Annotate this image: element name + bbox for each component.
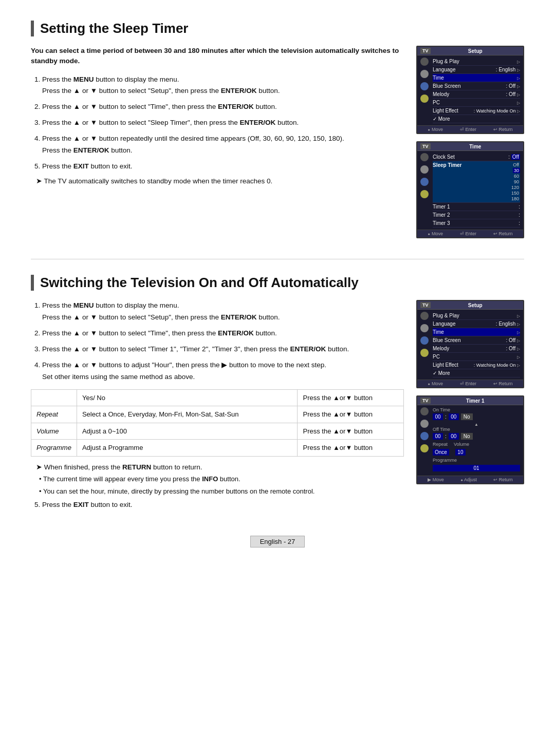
table-cell-empty [31, 389, 77, 406]
tv-menu-row-time: Time [433, 74, 520, 82]
s2-row-val-blue: : Off [506, 337, 521, 343]
volume-val: 10 [455, 449, 466, 456]
tv-s2-row-lang: Language : English [433, 320, 520, 328]
tv-screen-setup-1: TV Setup [416, 46, 524, 134]
footer-enter-2: ⏎ Enter [460, 231, 476, 236]
footer-badge: English - 27 [250, 536, 305, 547]
row-label-timer2: Timer 2 [433, 212, 450, 218]
section1-content: You can select a time period of between … [31, 46, 524, 238]
tv-label-4: TV [420, 398, 431, 404]
section-timer: Switching the Television On and Off Auto… [31, 275, 524, 515]
timer1-off-time: Off Time 00 : 00 No [433, 427, 520, 440]
tv-title-setup-2: Setup [468, 303, 483, 308]
t1-footer-move: ▶ Move [428, 477, 444, 482]
s2-footer-move: ⬥ Move [428, 381, 443, 386]
tv-title-setup-1: Setup [468, 48, 483, 54]
row-val-timer1: : [519, 204, 520, 210]
tv-menu-rows-setup2: Plug & Play Language : English Time [433, 312, 520, 377]
tv-footer-setup-1: ⬥ Move ⏎ Enter ↩ Return [417, 125, 523, 133]
tv-menu-row-lang: Language : English [433, 66, 520, 74]
row-label-blue: Blue Screen [433, 83, 460, 89]
s2-row-label-pc: PC [433, 354, 440, 360]
table-cell-repeat-label: Repeat [31, 406, 77, 423]
tv-icon-col-1 [420, 58, 431, 123]
table-row-yesno: Yes/ No Press the ▲or▼ button [31, 389, 404, 406]
tv-icon-blue [420, 82, 429, 90]
timer1-body-inner: On Time 00 : 00 No ▲ Off Time [420, 407, 520, 474]
tv-label-2: TV [420, 143, 431, 149]
section2-steps: Press the MENU button to display the men… [31, 300, 404, 383]
section2-tv-screens: TV Setup Plug & Play [416, 300, 524, 484]
tv-body-setup-1: Plug & Play Language : English Time [417, 55, 523, 125]
step-1: Press the MENU button to display the men… [42, 74, 404, 98]
sleep-values: Off 30 60 90 120 150 180 [510, 162, 520, 201]
s2-row-label-light: Light Effect [433, 362, 458, 368]
tv-label-3: TV [420, 302, 431, 308]
s2-row-label-melody: Melody [433, 346, 449, 351]
s2-step-4: Press the ▲ or ▼ buttons to adjust "Hour… [42, 360, 404, 383]
timer1-prog-label: Programme [433, 458, 520, 463]
tv-icon-col-3 [420, 312, 431, 377]
s2-row-arrow-time [517, 329, 520, 335]
t1-icon-3 [420, 432, 429, 440]
tv-menu-row-blue: Blue Screen : Off [433, 82, 520, 90]
timer1-body: On Time 00 : 00 No ▲ Off Time [417, 405, 523, 476]
tv-header-setup-1: TV Setup [417, 47, 523, 55]
footer-move-2: ⬥ Move [428, 231, 443, 236]
repeat-volume-row: Repeat Volume [433, 442, 520, 447]
table-cell-yesno: Yes/ No [77, 389, 298, 406]
row-arrow-pc [517, 100, 520, 105]
sleep-val-150: 150 [510, 191, 520, 196]
s2-step-2: Press the ▲ or ▼ button to select "Time"… [42, 328, 404, 339]
tv-screen-setup-2: TV Setup Plug & Play [416, 300, 524, 388]
tv-title-timer1: Timer 1 [466, 398, 484, 404]
table-cell-programme-action: Press the ▲or▼ button [298, 440, 404, 457]
s2-row-val-lang: : English [496, 321, 520, 327]
tv-menu-row-melody: Melody : Off [433, 90, 520, 99]
s2-footer-enter: ⏎ Enter [460, 381, 476, 386]
tv-icon-t3 [420, 190, 429, 198]
t1-icon-4 [420, 444, 429, 452]
table-cell-volume-desc: Adjust a 0~100 [77, 423, 298, 440]
tv-body-inner-3: Plug & Play Language : English Time [420, 312, 520, 377]
timer-table-body: Yes/ No Press the ▲or▼ button Repeat Sel… [31, 389, 404, 456]
tv-icon-light2 [420, 349, 429, 357]
sleep-val-120: 120 [510, 185, 520, 190]
timer1-prog-val: 01 [433, 465, 520, 471]
s2-row-val-light: : Watching Mode On [474, 363, 520, 368]
s2-row-label-blue: Blue Screen [433, 337, 460, 343]
on-no-btn: No [461, 413, 473, 420]
tv-s2-row-melody: Melody : Off [433, 345, 520, 353]
s2-row-label-time: Time [433, 329, 444, 335]
s2-note3: You can set the hour, minute, directly b… [31, 486, 404, 497]
volume-label: Volume [454, 442, 469, 447]
tv-menu-row-timer2: Timer 2 : [433, 211, 520, 219]
tv-s2-row-light: Light Effect : Watching Mode On [433, 361, 520, 369]
s2-step-1: Press the MENU button to display the men… [42, 300, 404, 324]
section-divider [31, 259, 524, 259]
s2-note1: When finished, press the RETURN button t… [31, 463, 404, 471]
tv-menu-row-plug: Plug & Play [433, 58, 520, 66]
tv-s2-row-pc: PC [433, 353, 520, 361]
tv-icon-col-2 [420, 153, 431, 228]
tv-title-time: Time [469, 144, 481, 149]
section1-title: Setting the Sleep Timer [31, 21, 524, 36]
page-footer: English - 27 [31, 536, 524, 547]
row-label-pc: PC [433, 100, 440, 105]
tv-menu-row-timer3: Timer 3 : [433, 219, 520, 228]
off-colon: : [445, 433, 447, 439]
tv-header-timer1: TV Timer 1 [417, 396, 523, 405]
t1-footer-adjust: ⬥ Adjust [460, 477, 477, 482]
tv-s2-row-blue: Blue Screen : Off [433, 336, 520, 345]
section1-intro: You can select a time period of between … [31, 46, 404, 67]
repeat-volume-vals: Once 10 [433, 449, 520, 456]
tv-icon-sleep [420, 165, 429, 174]
repeat-val: Once [433, 449, 449, 456]
table-cell-repeat-desc: Select a Once, Everyday, Mon-Fri, Mon-Sa… [77, 406, 298, 423]
tv-screen-timer1: TV Timer 1 On Time [416, 395, 524, 484]
timer1-on-time: On Time 00 : 00 No [433, 407, 520, 420]
tv-footer-time: ⬥ Move ⏎ Enter ↩ Return [417, 230, 523, 237]
programme-label: Programme [433, 458, 520, 463]
row-label-lang: Language [433, 67, 456, 72]
row-label-more: ✓ More [433, 116, 450, 122]
